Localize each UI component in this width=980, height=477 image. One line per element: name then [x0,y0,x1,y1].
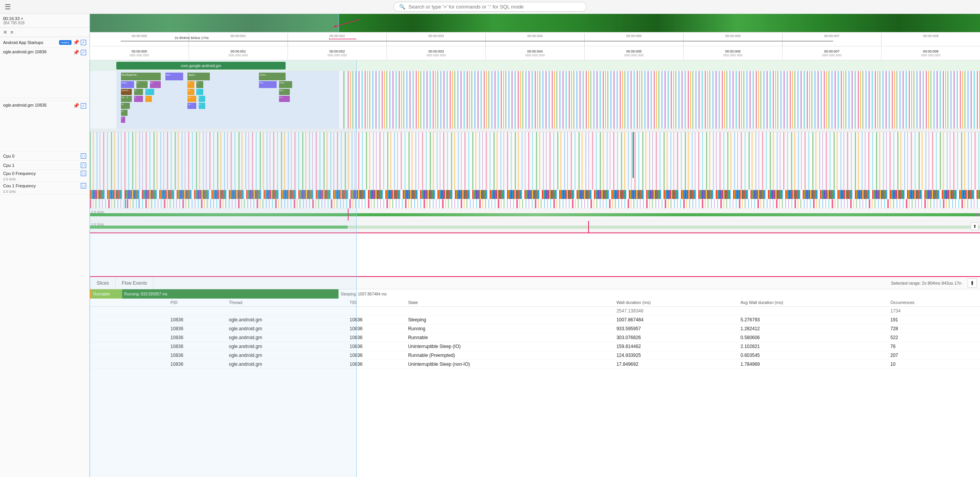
track-label-cpu1freq: Cou 1 Frequency □ 2.5 GHz [0,182,89,195]
track-name-cpu0freq: Cpu 0 Frequency [3,171,36,176]
pink-marker-0 [348,209,349,221]
ruler2-tick-1: 00:00:001000 000 000 [189,46,288,60]
track-label-cpu1: Cpu 1 □ [0,161,89,170]
table-row-1[interactable]: com.google.android.gm10836ogle.android.g… [90,324,980,333]
ruler2-tick-4: 00:00:004000 000 000 [485,46,584,60]
ruler1-tick-4: 00:00:004 [485,33,584,46]
table-row-total: 2547.138346 1734 [90,307,980,316]
track-name-cpu1freq: Cou 1 Frequency [3,183,36,188]
process-bar: com.google.android.gm [116,62,286,70]
main-area: 00:16:33 + 364 785 828 ✕ ≡ Android App S… [0,14,980,477]
check-icon-2[interactable]: ✓ [81,50,86,55]
cpu-track-1[interactable] [90,199,980,209]
state-bar-running: Running: 933.595957 ms [122,289,339,299]
overview-selection[interactable] [90,14,339,32]
cpu-freq-track-1[interactable]: 2.5 GHz ⬆ [90,221,980,233]
table-row-3[interactable]: com.google.android.gm10836ogle.android.g… [90,342,980,351]
bottom-tabs: Current Selection Thread States Slices F… [90,277,980,289]
thread-states-table: Process PID Thread TID State Wall durati… [90,299,980,369]
range-label: 2s 804ms 843us 17ns [175,36,209,40]
cpu-track-0[interactable] [90,190,980,199]
ruler2-tick-0: 00:00:000000 000 000 [90,46,189,60]
track-label-ogle-2: ogle.android.gm 10836 📌 ✓ [0,101,89,151]
search-icon: 🔍 [399,4,405,10]
overview-bar[interactable] [90,14,980,32]
menu-icon[interactable]: ☰ [5,3,11,11]
check-icon-cpu1freq[interactable]: □ [81,183,86,188]
ruler2-tick-8: 00:00:008000 000 000 [881,46,980,60]
col-occurrences: Occurrences [887,299,980,307]
ruler1-tick-6: 00:00:006 [683,33,782,46]
track-name-ogle-1: ogle.android.gm 10836 [3,49,47,54]
collapse-btn[interactable]: ⬆ [971,222,978,230]
track-label-cpu0freq: Cpu 0 Frequency □ 2.5 GHz [0,170,89,182]
ruler1-tick-2: 00:00:002 [288,33,386,46]
ruler1-tick-7: 00:00:007 [782,33,881,46]
state-bars-row: U Uninterruptible Runnable: 303.076826 m… [90,289,980,299]
track-label-android-startups: Android App Startups metric 📌 ✓ [0,37,89,48]
pin-icon-1[interactable]: 📌 [73,39,79,45]
marker-teal [633,132,634,178]
time-ruler-2: 00:00:000000 000 000 00:00:001000 000 00… [90,46,980,60]
table-row-0[interactable]: com.google.android.gm10836ogle.android.g… [90,316,980,324]
ruler1-tick-0: 00:00:000 [90,33,189,46]
time-line2: 364 785 828 [3,21,86,25]
track-name-cpu1: Cpu 1 [3,163,14,168]
left-controls: ✕ ≡ [0,28,89,37]
menu-small-icon[interactable]: ≡ [10,29,14,35]
col-tid: TID [347,299,405,307]
ruler2-tick-3: 00:00:003000 000 000 [386,46,485,60]
left-panel: 00:16:33 + 364 785 828 ✕ ≡ Android App S… [0,14,90,477]
check-icon-cpu0freq[interactable]: □ [81,171,86,176]
table-row-2[interactable]: com.google.android.gm10836ogle.android.g… [90,333,980,342]
data-table-container: Process PID Thread TID State Wall durati… [90,299,980,477]
pink-marker-1 [588,221,589,233]
cpu-freq-track-0[interactable]: 2.5 GHz [90,209,980,221]
track-name-ogle-2: ogle.android.gm 10836 [3,103,47,107]
state-bar-sleeping: Sleeping: 1007.867484 ms [339,289,389,299]
thread-track-1[interactable]: bindApplicat... act... Appli... Chor... … [90,71,980,129]
check-icon-cpu1[interactable]: □ [81,163,86,168]
state-bar-runnable-green: Runnable [91,289,122,299]
col-wall-duration: Wall duration (ms) [613,299,737,307]
ruler2-tick-2: 00:00:002000 000 000 [288,46,386,60]
time-info: 00:16:33 + 364 785 828 [0,14,89,28]
metric-badge: metric [59,40,72,45]
track-icons-android-startups: metric 📌 ✓ [59,39,87,45]
ruler1-tick-8: 00:00:008 [881,33,980,46]
ruler2-tick-7: 00:00:007000 000 000 [782,46,881,60]
selected-range-text: Selected range: 2s 804ms 843us 17n [891,281,968,285]
freq-label-1: 2.5 GHz [3,190,16,194]
freq-label-0: 2.5 GHz [3,177,16,181]
col-thread: Thread [226,299,347,307]
table-body: 2547.138346 1734 com.google.android.gm10… [90,307,980,369]
col-state: State [405,299,613,307]
table-row-5[interactable]: com.google.android.gm10836ogle.android.g… [90,360,980,369]
search-box[interactable]: 🔍 [393,2,587,12]
timeline-area: 2s 804ms 843us 17ns 00:00:000 00:00:001 … [90,14,980,477]
track-label-cpu0: Cpu 0 □ [0,151,89,161]
tab-flow-events[interactable]: Flow Events [116,277,153,289]
marker-line-1 [344,71,344,129]
pin-icon-2[interactable]: 📌 [73,49,79,55]
track-icons-ogle-2: 📌 ✓ [73,103,86,109]
track-icons-ogle-1: 📌 ✓ [73,49,86,55]
thread-track-2[interactable] [90,132,980,190]
check-icon-1[interactable]: ✓ [81,40,86,45]
expand-btn[interactable]: ⬆ [968,278,977,288]
search-input[interactable] [408,4,581,10]
check-icon-3[interactable]: ✓ [81,103,86,109]
ruler2-tick-6: 00:00:006000 000 000 [683,46,782,60]
pin-icon-3[interactable]: 📌 [73,103,79,109]
track-spacer [0,98,89,101]
track-spacer-row [90,129,980,132]
ruler1-tick-5: 00:00:005 [584,33,683,46]
close-icon[interactable]: ✕ [3,29,7,35]
process-track[interactable]: com.google.android.gm [90,60,980,71]
check-icon-cpu0[interactable]: □ [81,153,86,159]
table-row-4[interactable]: com.google.android.gm10836ogle.android.g… [90,351,980,360]
track-label-ogle-1: ogle.android.gm 10836 📌 ✓ [0,48,89,98]
track-name-android-startups: Android App Startups [3,40,43,45]
col-pid: PID [167,299,226,307]
tab-slices[interactable]: Slices [90,277,116,289]
